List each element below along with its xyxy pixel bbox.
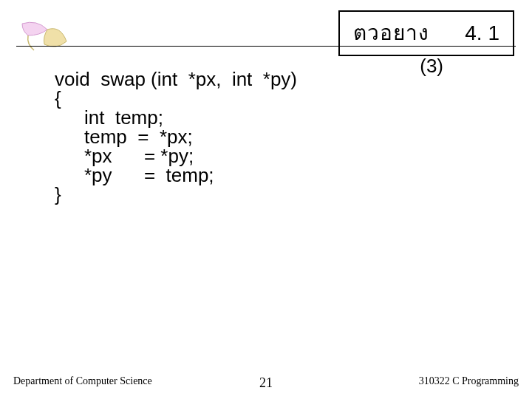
code-open-brace: {: [55, 89, 297, 108]
code-block: void swap (int *px, int *py) { int temp;…: [55, 69, 297, 204]
code-assign1: temp = *px;: [55, 127, 297, 146]
horizontal-rule: [16, 46, 516, 47]
slide: ตวอยาง 4. 1 (3) void swap (int *px, int …: [0, 0, 532, 399]
footer-right: 310322 C Programming: [419, 375, 519, 387]
code-close-brace: }: [55, 185, 297, 204]
page-marker: (3): [420, 55, 443, 78]
code-signature: void swap (int *px, int *py): [55, 69, 297, 89]
title-label: ตวอยาง: [353, 16, 429, 49]
slide-number: 21: [259, 375, 273, 391]
leaf-icon: [18, 18, 68, 53]
footer: Department of Computer Science 21 310322…: [13, 375, 519, 387]
title-box: ตวอยาง 4. 1: [338, 10, 514, 56]
code-decl: int temp;: [55, 108, 297, 127]
code-assign2: *px = *py;: [55, 146, 297, 166]
section-number: 4. 1: [465, 21, 499, 45]
code-assign3: *py = temp;: [55, 166, 297, 185]
footer-left: Department of Computer Science: [13, 375, 152, 387]
